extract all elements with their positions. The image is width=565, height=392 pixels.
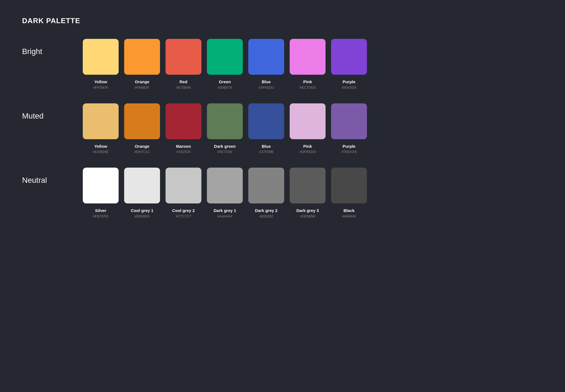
color-name: Yellow — [94, 79, 107, 85]
color-item: Red#E75B49 — [166, 39, 201, 90]
color-swatch — [166, 168, 201, 203]
color-name: Pink — [303, 79, 312, 85]
color-hex: #E75B49 — [176, 85, 191, 90]
color-item: Orange#D67C1C — [124, 103, 160, 154]
color-swatch — [207, 103, 243, 139]
color-name: Yellow — [94, 144, 107, 149]
color-swatch — [248, 168, 284, 203]
color-hex: #37509B — [259, 150, 273, 154]
color-name: Blue — [262, 79, 271, 85]
color-name: Green — [219, 79, 231, 85]
color-hex: #A4A4A4 — [217, 214, 233, 218]
color-swatch — [290, 168, 326, 203]
palette-section-neutral: NeutralSilver#FEFEFECool grey 1#E6E6E6Co… — [22, 168, 543, 218]
color-swatch — [83, 103, 119, 139]
color-swatch — [331, 103, 367, 139]
color-hex: #A52535 — [176, 150, 191, 154]
color-name: Black — [343, 208, 355, 213]
color-swatch — [331, 39, 367, 75]
color-name: Dark grey 2 — [255, 208, 278, 213]
color-hex: #FB982F — [135, 85, 149, 90]
color-name: Maroon — [176, 144, 191, 149]
color-item: Silver#FEFEFE — [83, 168, 119, 218]
color-hex: #D67C1C — [134, 150, 150, 154]
color-swatch — [248, 39, 284, 75]
color-item: Pink#EC7DE8 — [290, 39, 326, 90]
color-swatch — [207, 168, 243, 203]
color-item: Black#484848 — [331, 168, 367, 218]
color-item: Purple#7B5AA9 — [331, 103, 367, 154]
color-item: Cool grey 2#C7C7C7 — [166, 168, 201, 218]
color-hex: #FEFEFE — [93, 214, 108, 218]
color-item: Dark green#5E7D56 — [207, 103, 243, 154]
section-label-neutral: Neutral — [22, 168, 83, 185]
color-hex: #DFB5DD — [299, 150, 316, 154]
color-name: Red — [180, 79, 187, 85]
color-hex: #484848 — [342, 214, 356, 218]
color-hex: #5B5B5B — [300, 214, 315, 218]
color-swatch — [124, 168, 160, 203]
color-name: Orange — [135, 144, 150, 149]
page-title: DARK PALETTE — [22, 17, 543, 25]
color-grid-bright: Yellow#FFD876Orange#FB982FRed#E75B49Gree… — [83, 39, 367, 90]
color-swatch — [124, 39, 160, 75]
palette-section-muted: MutedYellow#EABE6EOrange#D67C1CMaroon#A5… — [22, 103, 543, 154]
color-name: Purple — [343, 144, 356, 149]
color-swatch — [83, 168, 119, 203]
color-swatch — [207, 39, 243, 75]
color-item: Blue#3F66DD — [248, 39, 284, 90]
color-item: Purple#8043D6 — [331, 39, 367, 90]
color-swatch — [166, 103, 201, 139]
color-name: Dark grey 3 — [296, 208, 319, 213]
color-hex: #EABE6E — [93, 150, 109, 154]
color-hex: #3F66DD — [258, 85, 274, 90]
color-hex: #5E7D56 — [217, 150, 232, 154]
section-label-bright: Bright — [22, 39, 83, 56]
color-name: Cool grey 1 — [131, 208, 153, 213]
color-hex: #8043D6 — [342, 85, 356, 90]
color-name: Dark grey 1 — [214, 208, 236, 213]
color-swatch — [331, 168, 367, 203]
color-hex: #7B5AA9 — [342, 150, 357, 154]
color-name: Pink — [303, 144, 312, 149]
color-swatch — [83, 39, 119, 75]
color-item: Pink#DFB5DD — [290, 103, 326, 154]
color-item: Yellow#EABE6E — [83, 103, 119, 154]
color-hex: #E6E6E6 — [135, 214, 150, 218]
color-name: Cool grey 2 — [172, 208, 195, 213]
color-hex: #828282 — [259, 214, 273, 218]
color-hex: #EC7DE8 — [300, 85, 316, 90]
color-item: Yellow#FFD876 — [83, 39, 119, 90]
color-name: Purple — [343, 79, 356, 85]
color-hex: #FFD876 — [93, 85, 108, 90]
color-swatch — [290, 39, 326, 75]
color-swatch — [290, 103, 326, 139]
color-name: Dark green — [214, 144, 236, 149]
color-swatch — [124, 103, 160, 139]
color-item: Maroon#A52535 — [166, 103, 201, 154]
color-item: Green#00B078 — [207, 39, 243, 90]
color-item: Orange#FB982F — [124, 39, 160, 90]
section-label-muted: Muted — [22, 103, 83, 120]
color-name: Silver — [95, 208, 106, 213]
color-item: Dark grey 1#A4A4A4 — [207, 168, 243, 218]
color-grid-neutral: Silver#FEFEFECool grey 1#E6E6E6Cool grey… — [83, 168, 367, 218]
color-item: Dark grey 2#828282 — [248, 168, 284, 218]
color-item: Dark grey 3#5B5B5B — [290, 168, 326, 218]
color-name: Orange — [135, 79, 150, 85]
color-grid-muted: Yellow#EABE6EOrange#D67C1CMaroon#A52535D… — [83, 103, 367, 154]
color-swatch — [166, 39, 201, 75]
color-item: Cool grey 1#E6E6E6 — [124, 168, 160, 218]
color-hex: #C7C7C7 — [175, 214, 191, 218]
color-name: Blue — [262, 144, 271, 149]
color-hex: #00B078 — [218, 85, 232, 90]
color-swatch — [248, 103, 284, 139]
color-item: Blue#37509B — [248, 103, 284, 154]
palette-section-bright: BrightYellow#FFD876Orange#FB982FRed#E75B… — [22, 39, 543, 90]
